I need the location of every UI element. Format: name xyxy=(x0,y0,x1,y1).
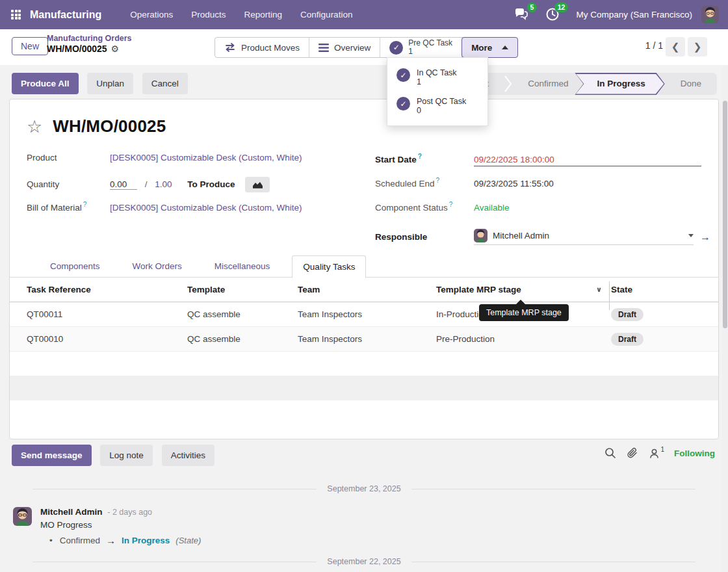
responsible-label: Responsible xyxy=(375,232,474,242)
attachments-icon[interactable] xyxy=(627,447,638,459)
product-label: Product xyxy=(27,153,110,162)
menu-item-in-qc-task[interactable]: ✓ In QC Task 1 xyxy=(387,63,488,92)
message-body: MO Progress xyxy=(40,520,201,530)
new-button[interactable]: New xyxy=(12,37,48,55)
tracking-new-value: In Progress xyxy=(122,536,170,545)
quantity-label: Quantity xyxy=(27,179,110,189)
message-avatar[interactable] xyxy=(13,507,32,526)
unplan-button[interactable]: Unplan xyxy=(87,73,133,94)
cell-stage: Pre-Production xyxy=(436,334,611,344)
quality-tasks-table: Task Reference Template Team Template MR… xyxy=(10,278,718,400)
chatter-toolbar: Send message Log note Activities 1 Follo… xyxy=(0,445,728,467)
tracking-old-value: Confirmed xyxy=(60,536,100,545)
nav-reporting[interactable]: Reporting xyxy=(235,0,292,29)
col-task-reference[interactable]: Task Reference xyxy=(27,285,187,294)
followers-icon[interactable]: 1 xyxy=(649,448,664,459)
help-icon: ? xyxy=(418,153,422,160)
date-divider: September 22, 2025 xyxy=(0,557,728,566)
sort-desc-icon[interactable]: ∨ xyxy=(596,285,602,294)
status-bar: Draft Confirmed In Progress Done xyxy=(454,73,717,95)
breadcrumb-current: WH/MO/00025 xyxy=(47,44,107,54)
tab-miscellaneous[interactable]: Miscellaneous xyxy=(204,255,281,277)
activities-icon[interactable]: 12 xyxy=(545,6,562,23)
following-button[interactable]: Following xyxy=(674,448,715,458)
stage-confirmed[interactable]: Confirmed xyxy=(512,73,584,95)
messages-icon[interactable]: 5 xyxy=(514,6,530,23)
search-messages-icon[interactable] xyxy=(604,447,616,459)
tab-components[interactable]: Components xyxy=(40,255,110,277)
breadcrumb-parent[interactable]: Manufacturing Orders xyxy=(47,34,132,43)
more-button[interactable]: More xyxy=(462,37,518,58)
tracking-field-name: (State) xyxy=(176,536,201,545)
bom-value[interactable]: [DESK0005] Customizable Desk (Custom, Wh… xyxy=(110,203,302,213)
notebook-tabs: Components Work Orders Miscellaneous Qua… xyxy=(10,255,718,278)
breadcrumb: Manufacturing Orders WH/MO/00025 ⚙ xyxy=(47,34,132,54)
nav-configuration[interactable]: Configuration xyxy=(291,0,361,29)
cell-task-reference: QT00011 xyxy=(27,309,187,319)
column-resize-handle[interactable] xyxy=(609,281,610,310)
tab-work-orders[interactable]: Work Orders xyxy=(122,255,192,277)
col-template[interactable]: Template xyxy=(187,285,298,294)
state-badge: Draft xyxy=(611,308,644,321)
cancel-button[interactable]: Cancel xyxy=(142,73,188,94)
form-sheet: ☆ WH/MO/00025 Product [DESK0005] Customi… xyxy=(9,99,719,439)
scrollbar-thumb[interactable] xyxy=(723,101,727,328)
gear-icon[interactable]: ⚙ xyxy=(111,44,120,54)
log-note-button[interactable]: Log note xyxy=(100,445,153,466)
quantity-input[interactable]: 0.00 xyxy=(110,179,137,190)
pager-next-button[interactable]: ❯ xyxy=(688,37,707,57)
caret-up-icon xyxy=(502,46,508,49)
table-row[interactable]: QT00011 QC assemble Team Inspectors In-P… xyxy=(10,302,718,327)
stage-in-progress[interactable]: In Progress xyxy=(575,73,664,95)
action-row: Produce All Unplan Cancel Draft Confirme… xyxy=(0,73,728,95)
overview-button[interactable]: Overview xyxy=(309,38,380,57)
product-moves-button[interactable]: Product Moves xyxy=(215,38,309,57)
vertical-scrollbar[interactable] xyxy=(722,65,728,572)
favorite-star-icon[interactable]: ☆ xyxy=(27,118,42,136)
check-circle-icon: ✓ xyxy=(396,68,410,82)
col-state[interactable]: State xyxy=(611,285,718,294)
component-status-label: Component Status xyxy=(375,203,448,213)
send-message-button[interactable]: Send message xyxy=(12,445,92,466)
control-panel: New Manufacturing Orders WH/MO/00025 ⚙ P… xyxy=(0,29,728,65)
pre-qc-task-button[interactable]: ✓ Pre QC Task 1 xyxy=(380,38,462,57)
cell-template: QC assemble xyxy=(187,309,298,319)
col-team[interactable]: Team xyxy=(298,285,436,294)
cell-team: Team Inspectors xyxy=(298,334,436,344)
nav-operations[interactable]: Operations xyxy=(121,0,182,29)
start-date-label: Start Date xyxy=(375,155,417,164)
col-template-mrp-stage[interactable]: Template MRP stage ∨ xyxy=(436,285,611,294)
responsible-field[interactable]: Mitchell Admin xyxy=(474,229,694,245)
check-circle-icon: ✓ xyxy=(396,97,410,110)
state-badge: Draft xyxy=(611,333,644,346)
app-name[interactable]: Manufacturing xyxy=(30,9,101,21)
cell-team: Team Inspectors xyxy=(298,309,436,319)
nav-products[interactable]: Products xyxy=(182,0,235,29)
pager-previous-button[interactable]: ❮ xyxy=(666,37,685,57)
stage-separator xyxy=(504,73,512,95)
message-author[interactable]: Mitchell Admin xyxy=(40,507,103,517)
product-value[interactable]: [DESK0005] Customizable Desk (Custom, Wh… xyxy=(110,153,302,162)
start-date-input[interactable]: 09/22/2025 18:00:00 xyxy=(474,155,701,166)
messages-badge: 5 xyxy=(527,3,538,12)
stage-done[interactable]: Done xyxy=(665,73,717,95)
company-switcher[interactable]: My Company (San Francisco) xyxy=(576,10,692,20)
internal-link-icon[interactable]: → xyxy=(700,231,710,243)
menu-item-post-qc-task[interactable]: ✓ Post QC Task 0 xyxy=(387,92,488,120)
cell-task-reference: QT00010 xyxy=(27,334,187,344)
responsible-value: Mitchell Admin xyxy=(493,231,683,240)
cell-template: QC assemble xyxy=(187,334,298,344)
to-produce-label: To Produce xyxy=(187,179,235,189)
user-avatar[interactable] xyxy=(701,6,719,23)
forecast-graph-button[interactable] xyxy=(245,177,270,192)
tab-quality-tasks[interactable]: Quality Tasks xyxy=(292,255,366,278)
activities-badge: 12 xyxy=(554,3,569,12)
activities-button[interactable]: Activities xyxy=(162,445,214,466)
table-row[interactable]: QT00010 QC assemble Team Inspectors Pre-… xyxy=(10,327,718,352)
bom-label: Bill of Material xyxy=(27,203,82,213)
apps-grid-icon[interactable] xyxy=(11,10,21,20)
produce-all-button[interactable]: Produce All xyxy=(12,73,79,94)
list-icon xyxy=(318,44,329,52)
more-dropdown-menu: ✓ In QC Task 1 ✓ Post QC Task 0 xyxy=(387,57,488,126)
help-icon: ? xyxy=(449,201,453,208)
